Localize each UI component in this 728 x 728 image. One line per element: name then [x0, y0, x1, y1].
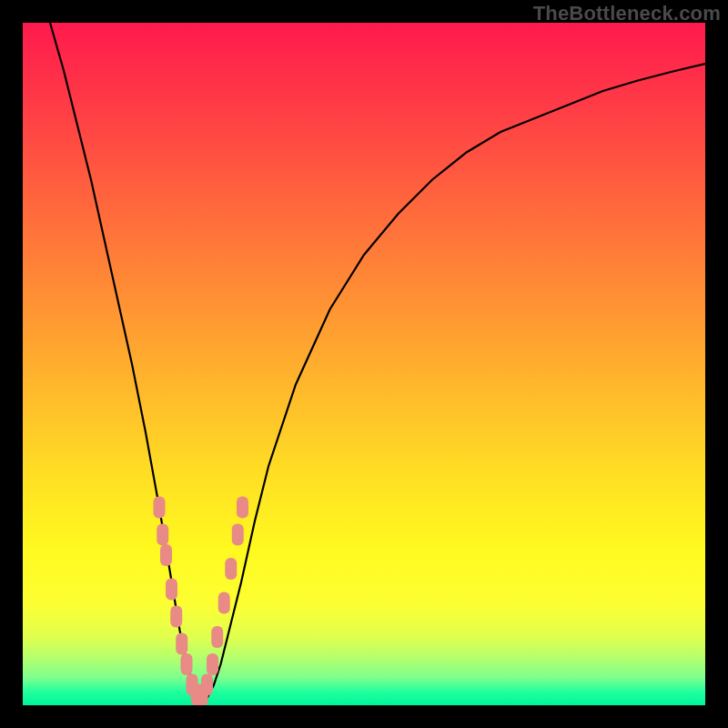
curve-marker — [160, 544, 172, 566]
curve-marker — [232, 524, 244, 546]
curve-marker — [166, 579, 177, 601]
curve-marker — [201, 674, 213, 696]
curve-markers — [154, 497, 249, 706]
curve-marker — [154, 497, 166, 519]
curve-marker — [157, 524, 168, 546]
curve-marker — [225, 558, 237, 580]
curve-marker — [211, 626, 223, 648]
curve-marker — [170, 606, 182, 628]
plot-area — [23, 23, 705, 705]
curve-marker — [218, 592, 230, 614]
curve-marker — [237, 497, 248, 519]
chart-frame: TheBottleneck.com — [0, 0, 728, 728]
curve-marker — [207, 653, 218, 675]
curve-marker — [176, 633, 187, 655]
bottleneck-curve-path — [50, 23, 705, 699]
watermark-text: TheBottleneck.com — [533, 2, 721, 25]
bottleneck-curve-svg — [23, 23, 705, 705]
curve-marker — [181, 653, 193, 675]
